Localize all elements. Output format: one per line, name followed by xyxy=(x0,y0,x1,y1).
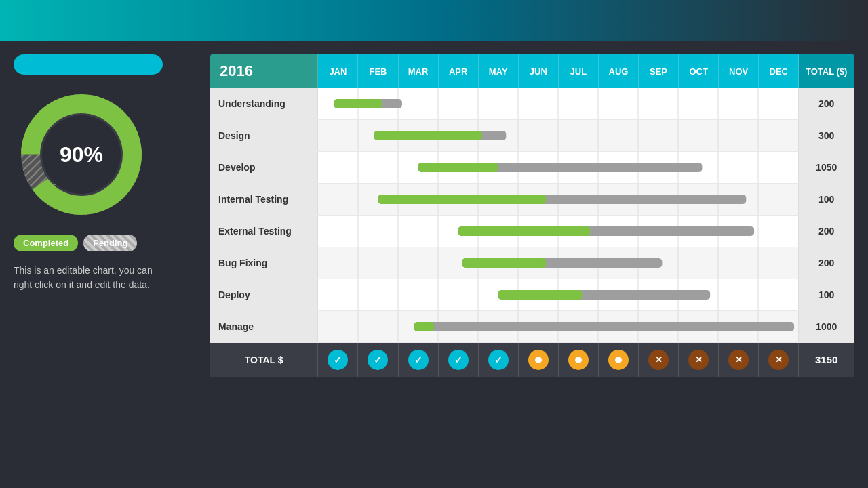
chart-description: This is an editable chart, you can right… xyxy=(14,264,163,292)
header-mar: MAR xyxy=(398,54,438,88)
task-name-cell: External Testing xyxy=(210,216,318,247)
bar-cell xyxy=(318,120,799,152)
status-icon-cell[interactable] xyxy=(558,343,598,377)
donut-percentage: 90% xyxy=(60,142,103,167)
task-total-cell: 200 xyxy=(799,247,854,279)
bar-cell xyxy=(318,247,799,279)
gantt-row: External Testing200 xyxy=(210,216,854,247)
svg-point-113 xyxy=(575,357,582,363)
svg-rect-59 xyxy=(378,195,547,204)
check-icon: ✓ xyxy=(488,350,509,370)
status-icon-cell[interactable]: ✓ xyxy=(398,343,438,377)
top-gradient-bar xyxy=(0,0,868,41)
pending-icon xyxy=(568,350,589,370)
bar-cell xyxy=(318,88,799,120)
x-icon: ✕ xyxy=(688,350,709,370)
svg-point-112 xyxy=(535,357,542,363)
gantt-panel: 2016 JAN FEB MAR APR MAY JUN JUL AUG SEP… xyxy=(210,54,854,474)
x-icon: ✕ xyxy=(728,350,749,370)
task-name-cell: Design xyxy=(210,120,318,152)
donut-chart: 90% xyxy=(14,87,149,222)
gantt-row: Bug Fixing200 xyxy=(210,247,854,279)
check-icon: ✓ xyxy=(408,350,429,370)
grand-total-cell: 3150 xyxy=(799,343,854,377)
svg-rect-85 xyxy=(462,258,547,268)
task-total-cell: 300 xyxy=(799,120,854,152)
check-icon: ✓ xyxy=(448,350,469,370)
header-feb: FEB xyxy=(358,54,398,88)
bar-cell xyxy=(318,152,799,184)
task-total-cell: 100 xyxy=(799,184,854,216)
x-icon: ✕ xyxy=(768,350,789,370)
status-icon-cell[interactable] xyxy=(518,343,558,377)
header-jun: JUN xyxy=(518,54,558,88)
bar-cell xyxy=(318,311,799,343)
svg-rect-111 xyxy=(414,322,435,331)
bar-cell xyxy=(318,184,799,216)
task-total-cell: 200 xyxy=(799,216,854,247)
gantt-row: Design300 xyxy=(210,120,854,152)
task-total-cell: 200 xyxy=(799,88,854,120)
total-label-cell: TOTAL $ xyxy=(210,343,318,377)
task-name-cell: Deploy xyxy=(210,279,318,311)
pending-icon xyxy=(528,350,549,370)
check-icon: ✓ xyxy=(328,350,348,370)
x-icon: ✕ xyxy=(648,350,669,370)
gantt-table: 2016 JAN FEB MAR APR MAY JUN JUL AUG SEP… xyxy=(210,54,854,377)
bar-cell xyxy=(318,279,799,311)
check-icon: ✓ xyxy=(368,350,388,370)
task-name-cell: Manage xyxy=(210,311,318,343)
svg-rect-33 xyxy=(374,131,482,140)
header-sep: SEP xyxy=(638,54,678,88)
header-nov: NOV xyxy=(719,54,759,88)
header-jul: JUL xyxy=(558,54,598,88)
svg-rect-46 xyxy=(418,163,498,172)
status-icon-cell[interactable]: ✕ xyxy=(679,343,719,377)
gantt-row: Understanding200 xyxy=(210,88,854,120)
svg-rect-110 xyxy=(414,322,795,331)
legend-completed-label: Completed xyxy=(14,235,78,251)
task-total-cell: 100 xyxy=(799,279,854,311)
status-icon-cell[interactable]: ✕ xyxy=(638,343,678,377)
progress-bar xyxy=(14,54,163,75)
svg-rect-20 xyxy=(334,99,382,108)
status-icon-cell[interactable]: ✓ xyxy=(358,343,398,377)
gantt-header-row: 2016 JAN FEB MAR APR MAY JUN JUL AUG SEP… xyxy=(210,54,854,88)
content-area: 90% Completed Pending This is an editabl… xyxy=(0,41,868,488)
bar-cell xyxy=(318,216,799,247)
total-row: TOTAL $✓✓✓✓✓✕✕✕✕3150 xyxy=(210,343,854,377)
header-apr: APR xyxy=(438,54,478,88)
gantt-row: Manage1000 xyxy=(210,311,854,343)
left-panel: 90% Completed Pending This is an editabl… xyxy=(14,54,197,474)
status-icon-cell[interactable]: ✓ xyxy=(478,343,518,377)
total-header: TOTAL ($) xyxy=(799,54,854,88)
gantt-row: Deploy100 xyxy=(210,279,854,311)
status-icon-cell[interactable]: ✕ xyxy=(719,343,759,377)
status-icon-cell[interactable]: ✕ xyxy=(759,343,799,377)
chart-legend: Completed Pending xyxy=(14,235,137,251)
task-name-cell: Bug Fixing xyxy=(210,247,318,279)
header-aug: AUG xyxy=(598,54,638,88)
pending-icon xyxy=(608,350,629,370)
status-icon-cell[interactable]: ✓ xyxy=(318,343,358,377)
task-total-cell: 1050 xyxy=(799,152,854,184)
svg-rect-98 xyxy=(498,290,583,300)
gantt-row: Internal Testing100 xyxy=(210,184,854,216)
header-jan: JAN xyxy=(318,54,358,88)
legend-pending-label: Pending xyxy=(83,235,137,251)
header-may: MAY xyxy=(478,54,518,88)
svg-point-114 xyxy=(615,357,622,363)
task-name-cell: Understanding xyxy=(210,88,318,120)
year-cell: 2016 xyxy=(210,54,318,88)
task-name-cell: Internal Testing xyxy=(210,184,318,216)
header-dec: DEC xyxy=(759,54,799,88)
header-oct: OCT xyxy=(679,54,719,88)
status-icon-cell[interactable]: ✓ xyxy=(438,343,478,377)
status-icon-cell[interactable] xyxy=(598,343,638,377)
svg-rect-72 xyxy=(458,226,591,236)
gantt-row: Develop1050 xyxy=(210,152,854,184)
task-name-cell: Develop xyxy=(210,152,318,184)
task-total-cell: 1000 xyxy=(799,311,854,343)
